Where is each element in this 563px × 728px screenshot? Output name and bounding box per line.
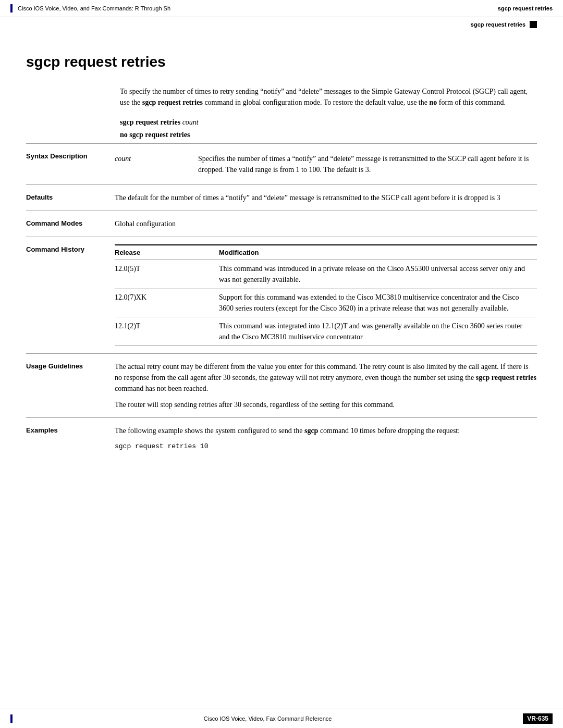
cmd-history-header-row: Release Modification — [115, 245, 537, 260]
examples-code: sgcp request retries 10 — [115, 440, 537, 452]
usage-bold-cmd: sgcp request retries — [476, 374, 536, 381]
defaults-section: Defaults The default for the number of t… — [26, 184, 537, 211]
syntax-desc-table: count Specifies the number of times a “n… — [115, 151, 537, 177]
usage-guidelines-content: The actual retry count may be different … — [115, 361, 537, 410]
page-title: sgcp request retries — [26, 54, 537, 70]
footer-badge: VR-635 — [523, 713, 553, 724]
cmd-history-release: 12.0(7)XK — [115, 289, 219, 317]
syntax-description-label: Syntax Description — [26, 151, 115, 177]
command-modes-content: Global configuration — [115, 218, 537, 229]
header-breadcrumb: Cisco IOS Voice, Video, and Fax Commands… — [18, 5, 170, 11]
syntax-param-description: Specifies the number of times a “notify”… — [198, 151, 537, 177]
cmd-history-release: 12.1(2)T — [115, 317, 219, 346]
command-history-table: Release Modification 12.0(5)TThis comman… — [115, 244, 537, 346]
examples-text: The following example shows the system c… — [115, 425, 537, 436]
intro-paragraph: To specify the number of times to retry … — [120, 86, 537, 108]
cmd-history-row: 12.1(2)TThis command was integrated into… — [115, 317, 537, 346]
syntax-block: sgcp request retries count no sgcp reque… — [120, 118, 537, 139]
cmd-history-row: 12.0(7)XKSupport for this command was ex… — [115, 289, 537, 317]
usage-guidelines-label: Usage Guidelines — [26, 361, 115, 410]
examples-content: The following example shows the system c… — [115, 425, 537, 452]
command-history-label: Command History — [26, 244, 115, 346]
cmd-history-row: 12.0(5)TThis command was introduced in a… — [115, 260, 537, 289]
cmd-history-modification: This command was integrated into 12.1(2)… — [219, 317, 537, 346]
cmd-history-modification: This command was introduced in a private… — [219, 260, 537, 289]
footer-right: VR-635 — [523, 713, 553, 724]
cmd-history-modification: Support for this command was extended to… — [219, 289, 537, 317]
syntax-desc-row: count Specifies the number of times a “n… — [115, 151, 537, 177]
syntax-cmd-bold-2: no sgcp request retries — [120, 131, 190, 139]
command-history-section: Command History Release Modification 12.… — [26, 237, 537, 353]
top-right-black-square — [530, 21, 537, 28]
footer-bar: Cisco IOS Voice, Video, Fax Command Refe… — [0, 709, 563, 728]
command-modes-section: Command Modes Global configuration — [26, 211, 537, 237]
usage-guidelines-para1: The actual retry count may be different … — [115, 361, 537, 394]
header-left-bar-icon — [10, 4, 13, 13]
top-right-header: sgcp request retries — [471, 21, 537, 28]
command-history-content: Release Modification 12.0(5)TThis comman… — [115, 244, 537, 346]
defaults-label: Defaults — [26, 192, 115, 203]
usage-guidelines-para2: The router will stop sending retries aft… — [115, 399, 537, 410]
footer-center-text: Cisco IOS Voice, Video, Fax Command Refe… — [13, 715, 523, 722]
main-content: sgcp request retries To specify the numb… — [0, 33, 563, 490]
cmd-history-release: 12.0(5)T — [115, 260, 219, 289]
header-bar: Cisco IOS Voice, Video, and Fax Commands… — [0, 0, 563, 17]
examples-code-text: sgcp request retries 10 — [115, 442, 208, 450]
syntax-param: count — [115, 151, 198, 177]
header-page-ref: sgcp request retries — [498, 5, 553, 11]
defaults-content: The default for the number of times a “n… — [115, 192, 537, 203]
command-modes-label: Command Modes — [26, 218, 115, 229]
syntax-line-1: sgcp request retries count — [120, 118, 537, 127]
syntax-description-section: Syntax Description count Specifies the n… — [26, 143, 537, 184]
top-right-page-ref-text: sgcp request retries — [471, 21, 525, 28]
examples-section: Examples The following example shows the… — [26, 417, 537, 459]
examples-label: Examples — [26, 425, 115, 452]
page-container: Cisco IOS Voice, Video, and Fax Commands… — [0, 0, 563, 728]
cmd-history-col-release: Release — [115, 245, 219, 260]
usage-guidelines-section: Usage Guidelines The actual retry count … — [26, 353, 537, 417]
cmd-history-col-modification: Modification — [219, 245, 537, 260]
syntax-line-2: no sgcp request retries — [120, 131, 537, 139]
syntax-cmd-italic-1: count — [182, 118, 199, 126]
examples-bold-sgcp: sgcp — [304, 427, 318, 435]
syntax-cmd-bold-1: sgcp request retries — [120, 118, 182, 126]
syntax-description-content: count Specifies the number of times a “n… — [115, 151, 537, 177]
intro-bold-cmd: sgcp request retries — [142, 98, 203, 106]
intro-bold-no: no — [429, 98, 437, 106]
